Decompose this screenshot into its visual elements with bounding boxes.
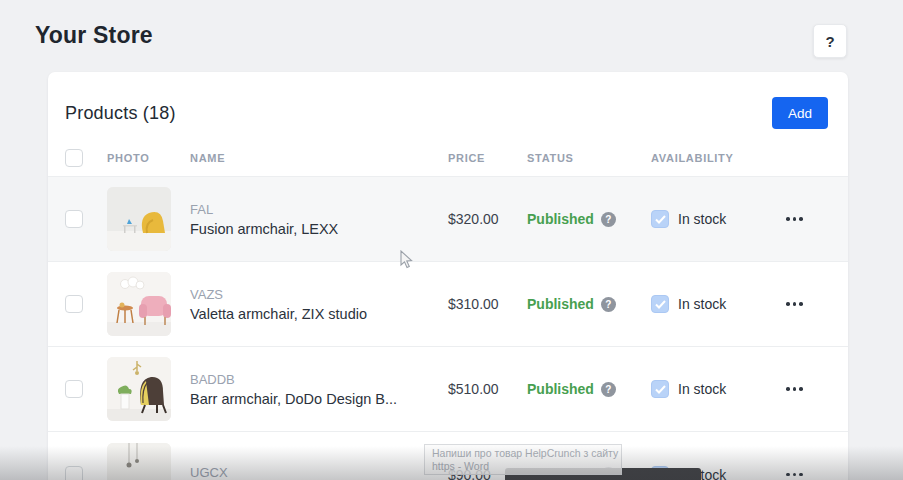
product-price: $310.00 [448, 296, 527, 312]
product-sku: VAZS [190, 287, 448, 302]
products-card-header: Products (18) Add [48, 72, 848, 140]
help-button[interactable]: ? [813, 24, 847, 58]
product-availability: In stock [651, 295, 784, 313]
product-photo [107, 187, 171, 251]
product-photo [107, 272, 171, 336]
status-help-icon[interactable]: ? [601, 212, 616, 227]
table-row[interactable]: UGCX $90.00 Published ? In stock [48, 432, 848, 480]
product-photo [107, 357, 171, 421]
product-availability: In stock [651, 210, 784, 228]
product-name: Barr armchair, DoDo Design B... [190, 391, 448, 407]
product-status: Published ? [527, 381, 651, 397]
in-stock-checkbox[interactable] [651, 210, 669, 228]
product-name: Fusion armchair, LEXX [190, 221, 448, 237]
page-title: Your Store [35, 22, 153, 49]
table-row[interactable]: BADDB Barr armchair, DoDo Design B... $5… [48, 347, 848, 432]
table-row[interactable]: FAL Fusion armchair, LEXX $320.00 Publis… [48, 177, 848, 262]
in-stock-checkbox[interactable] [651, 295, 669, 313]
armchair-brown-illustration [107, 357, 171, 421]
column-header-status: STATUS [527, 152, 651, 164]
products-heading: Products (18) [65, 103, 176, 124]
column-header-photo: PHOTO [107, 152, 190, 164]
check-icon [655, 300, 666, 309]
row-actions-menu-icon[interactable] [784, 387, 848, 391]
status-help-icon[interactable]: ? [601, 382, 616, 397]
status-help-icon[interactable]: ? [601, 297, 616, 312]
armchair-yellow-illustration [107, 187, 171, 251]
add-product-button[interactable]: Add [772, 97, 828, 129]
row-actions-menu-icon[interactable] [784, 302, 848, 306]
sofa-green-illustration [107, 443, 171, 480]
table-header-row: PHOTO NAME PRICE STATUS AVAILABILITY [48, 140, 848, 177]
row-checkbox[interactable] [65, 210, 83, 228]
check-icon [655, 385, 666, 394]
availability-label: In stock [678, 296, 726, 312]
product-status: Published ? [527, 296, 651, 312]
table-row[interactable]: VAZS Valetta armchair, ZIX studio $310.0… [48, 262, 848, 347]
in-stock-checkbox[interactable] [651, 380, 669, 398]
product-name: Valetta armchair, ZIX studio [190, 306, 448, 322]
row-checkbox[interactable] [65, 295, 83, 313]
status-badge: Published [527, 381, 594, 397]
status-badge: Published [527, 211, 594, 227]
availability-label: In stock [678, 211, 726, 227]
row-actions-menu-icon[interactable] [784, 217, 848, 221]
armchair-pink-illustration [107, 272, 171, 336]
product-availability: In stock [651, 380, 784, 398]
background-window-edge [505, 468, 701, 480]
select-all-checkbox[interactable] [65, 149, 83, 167]
check-icon [655, 215, 666, 224]
column-header-name: NAME [190, 152, 448, 164]
store-admin-page: { "page": { "title": "Your Store", "help… [0, 0, 903, 480]
availability-label: In stock [678, 381, 726, 397]
row-checkbox[interactable] [65, 380, 83, 398]
status-badge: Published [527, 296, 594, 312]
product-price: $320.00 [448, 211, 527, 227]
product-status: Published ? [527, 211, 651, 227]
row-actions-menu-icon[interactable] [784, 473, 848, 477]
product-sku: UGCX [190, 465, 448, 480]
column-header-availability: AVAILABILITY [651, 152, 784, 164]
product-price: $510.00 [448, 381, 527, 397]
products-card: Products (18) Add PHOTO NAME PRICE STATU… [48, 72, 848, 480]
product-photo [107, 443, 171, 480]
product-sku: FAL [190, 202, 448, 217]
product-sku: BADDB [190, 372, 448, 387]
row-checkbox[interactable] [65, 466, 83, 480]
column-header-price: PRICE [448, 152, 527, 164]
